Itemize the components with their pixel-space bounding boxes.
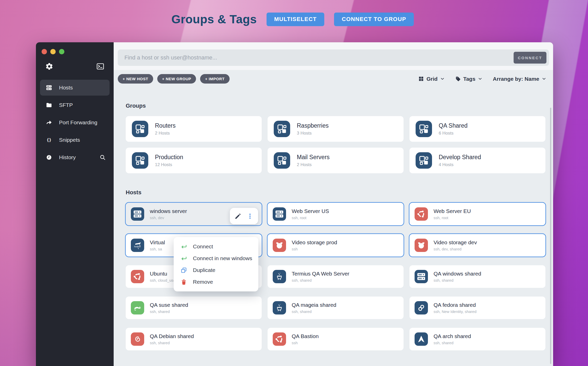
hosts-heading: Hosts: [126, 189, 545, 196]
sidebar-item-hosts[interactable]: Hosts: [40, 80, 110, 96]
host-tags: ssh, root: [292, 216, 329, 220]
freebsd-icon: [273, 239, 286, 252]
group-icon: [132, 152, 148, 169]
host-card[interactable]: QA arch shared ssh, shared: [409, 328, 545, 350]
host-card[interactable]: QA Bastion ssh: [268, 328, 404, 350]
host-card[interactable]: QA mageia shared ssh, shared: [268, 297, 404, 319]
window-controls: [42, 49, 64, 54]
host-tags: ssh, shared: [434, 278, 481, 282]
menu-item-label: Remove: [193, 279, 213, 285]
host-card[interactable]: Termius QA Web Server ssh, shared: [268, 265, 404, 288]
search-input[interactable]: [124, 54, 514, 61]
host-name: QA Debian shared: [150, 333, 194, 339]
search-band: CONNECT: [114, 42, 553, 70]
host-tags: ssh: [292, 247, 337, 251]
netbsd-icon: NetBSD: [131, 239, 144, 252]
chevron-down-icon: [542, 76, 546, 81]
sidebar-item-history[interactable]: History: [40, 149, 110, 165]
group-name: Mail Servers: [297, 154, 330, 161]
group-host-count: 3 Hosts: [297, 131, 329, 136]
group-card[interactable]: QA Shared 6 Hosts: [409, 116, 545, 142]
group-icon: [274, 152, 290, 169]
group-card[interactable]: Develop Shared 4 Hosts: [409, 148, 545, 173]
zoom-window-button[interactable]: [59, 49, 64, 54]
group-card[interactable]: Mail Servers 2 Hosts: [268, 148, 404, 173]
groups-heading: Groups: [126, 103, 545, 109]
arrange-by-label: Arrange by: Name: [493, 76, 539, 82]
group-card[interactable]: Routers 2 Hosts: [126, 116, 262, 142]
host-card[interactable]: Web Server US ssh, root: [268, 203, 404, 225]
sidebar-item-snippets[interactable]: {} Snippets: [40, 132, 110, 148]
host-tags: ssh, New Identity, shared: [434, 309, 476, 314]
import-button[interactable]: + IMPORT: [200, 74, 229, 84]
menu-item-connect-in-new-windows[interactable]: Connect in new windows: [174, 252, 258, 264]
settings-gear-icon[interactable]: [45, 62, 53, 70]
group-name: Raspberries: [297, 122, 329, 129]
host-card[interactable]: QA fedora shared ssh, New Identity, shar…: [409, 297, 545, 319]
terminal-icon[interactable]: [96, 62, 104, 70]
host-tags: ssh, sa: [150, 247, 165, 251]
sidebar-item-label: Hosts: [59, 85, 73, 91]
sftp-icon: [46, 102, 52, 108]
host-name: Video storage prod: [292, 239, 337, 246]
multiselect-button[interactable]: MULTISELECT: [267, 13, 325, 26]
host-card[interactable]: Video storage prod ssh: [268, 234, 404, 257]
freebsd-icon: [415, 239, 428, 252]
grid-icon: [418, 76, 424, 82]
sidebar-item-port-forwarding[interactable]: Port Forwarding: [40, 115, 110, 130]
search-icon[interactable]: [99, 154, 106, 161]
view-mode-label: Grid: [426, 76, 437, 82]
host-card[interactable]: Video storage dev ssh, dev, shared: [409, 234, 545, 257]
host-card[interactable]: QA suse shared ssh, shared: [126, 297, 262, 319]
server-icon: [273, 207, 286, 221]
host-card[interactable]: QA Debian shared ssh, shared: [126, 328, 262, 350]
desktop-header: Groups & Tags MULTISELECT CONNECT TO GRO…: [171, 12, 414, 26]
arrange-by-dropdown[interactable]: Arrange by: Name: [493, 76, 546, 82]
group-host-count: 4 Hosts: [439, 162, 481, 167]
host-name: QA Bastion: [292, 333, 319, 339]
group-icon: [416, 152, 432, 169]
group-card[interactable]: Raspberries 3 Hosts: [268, 116, 404, 142]
menu-item-connect[interactable]: Connect: [174, 241, 258, 252]
mageia-icon: [273, 270, 286, 283]
host-tags: ssh, shared: [434, 341, 471, 345]
close-window-button[interactable]: [42, 49, 47, 54]
new-host-button[interactable]: + NEW HOST: [118, 74, 153, 84]
content-area: Groups Routers 2 Hosts Raspberries 3 Hos…: [114, 85, 553, 366]
hosts-icon: [46, 84, 52, 91]
sidebar-nav: Hosts SFTP Port Forwarding {} Snippets H…: [36, 78, 114, 167]
minimize-window-button[interactable]: [50, 49, 56, 54]
group-card[interactable]: Production 12 Hosts: [126, 148, 262, 173]
host-name: QA arch shared: [434, 333, 471, 339]
menu-item-label: Connect in new windows: [193, 255, 252, 261]
app-window: Hosts SFTP Port Forwarding {} Snippets H…: [36, 42, 553, 366]
history-icon: [46, 154, 52, 161]
tags-dropdown[interactable]: Tags: [455, 76, 483, 82]
host-context-menu: Connect Connect in new windows Duplicate…: [174, 237, 258, 291]
group-host-count: 2 Hosts: [155, 131, 176, 136]
toolbar-right: Grid Tags Arrange by: Name: [418, 76, 546, 82]
menu-item-duplicate[interactable]: Duplicate: [174, 264, 258, 276]
toolbar: + NEW HOST + NEW GROUP + IMPORT Grid Tag…: [114, 70, 553, 85]
host-name: Termius QA Web Server: [292, 271, 349, 277]
view-mode-dropdown[interactable]: Grid: [418, 76, 445, 82]
arch-icon: [415, 332, 428, 346]
new-group-button[interactable]: + NEW GROUP: [157, 74, 196, 84]
host-card[interactable]: QA windows shared ssh, shared: [409, 265, 545, 288]
scrollbar[interactable]: [550, 108, 551, 364]
host-tags: ssh, shared: [150, 309, 188, 314]
chevron-down-icon: [478, 76, 483, 81]
connect-to-group-button[interactable]: CONNECT TO GROUP: [334, 13, 414, 26]
more-options-icon[interactable]: [247, 213, 253, 220]
host-name: QA fedora shared: [434, 302, 476, 308]
groups-grid: Routers 2 Hosts Raspberries 3 Hosts QA S…: [126, 116, 545, 173]
menu-item-remove[interactable]: Remove: [174, 276, 258, 288]
main-panel: CONNECT + NEW HOST + NEW GROUP + IMPORT …: [114, 42, 553, 366]
connect-button[interactable]: CONNECT: [514, 52, 546, 64]
host-card[interactable]: windows server ssh, dev: [126, 203, 262, 225]
sidebar-item-sftp[interactable]: SFTP: [40, 97, 110, 113]
host-name: Web Server EU: [434, 208, 471, 214]
sidebar: Hosts SFTP Port Forwarding {} Snippets H…: [36, 42, 114, 366]
host-card[interactable]: Web Server EU ssh, root: [409, 203, 545, 225]
edit-pencil-icon[interactable]: [234, 213, 241, 220]
